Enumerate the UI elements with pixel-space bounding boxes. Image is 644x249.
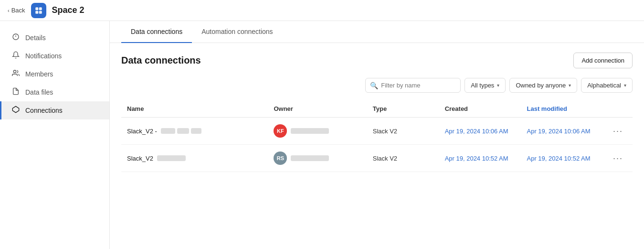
table-header-row: Name Owner Type Created Last modified <box>121 100 633 118</box>
top-header: ‹ Back Space 2 <box>0 0 644 21</box>
owned-by-dropdown[interactable]: Owned by anyone ▾ <box>509 78 577 93</box>
cell-name: Slack_V2 - <box>121 118 268 145</box>
svg-rect-2 <box>35 11 38 13</box>
sidebar-item-label: Data files <box>25 88 53 96</box>
filter-row: 🔍 All types ▾ Owned by anyone ▾ Alphabet… <box>121 78 633 93</box>
col-header-type: Type <box>367 100 439 118</box>
placeholder-block <box>177 128 189 134</box>
space-icon <box>31 3 46 18</box>
created-date-link[interactable]: Apr 19, 2024 10:52 AM <box>445 155 508 162</box>
name-placeholder <box>157 155 186 161</box>
owner-name-placeholder <box>291 155 329 161</box>
col-header-name: Name <box>121 100 268 118</box>
connections-table: Name Owner Type Created Last modified <box>121 100 633 172</box>
cell-last-modified: Apr 19, 2024 10:52 AM <box>521 145 603 172</box>
search-wrapper: 🔍 <box>365 78 461 93</box>
placeholder-block <box>157 155 186 161</box>
back-button[interactable]: ‹ Back <box>8 7 25 14</box>
placeholder-block <box>291 128 329 134</box>
sidebar-item-connections[interactable]: Connections <box>0 101 109 119</box>
sidebar-item-label: Connections <box>25 107 63 114</box>
col-header-created: Created <box>439 100 521 118</box>
tab-automation-connections[interactable]: Automation connections <box>192 21 282 43</box>
connection-name-cell: Slack_V2 - <box>127 128 262 135</box>
connection-name-text: Slack_V2 - <box>127 128 157 135</box>
cell-action: ··· <box>603 118 633 145</box>
table-row: Slack_V2 RS Slack V2Apr 19, 2024 10:52 A… <box>121 145 633 172</box>
owner-name-placeholder <box>291 128 329 134</box>
cell-owner: RS <box>268 145 367 172</box>
add-connection-button[interactable]: Add connection <box>573 53 633 68</box>
back-label: Back <box>11 7 25 14</box>
content-area: Data connections Automation connections … <box>110 21 644 249</box>
members-icon <box>11 69 21 79</box>
avatar: KF <box>274 124 287 138</box>
connection-name-cell: Slack_V2 <box>127 155 262 162</box>
cell-type: Slack V2 <box>367 145 439 172</box>
chevron-left-icon: ‹ <box>8 8 10 13</box>
col-header-last-modified: Last modified <box>521 100 603 118</box>
details-icon <box>11 33 21 43</box>
sidebar-item-members[interactable]: Members <box>0 65 109 83</box>
bell-icon <box>11 51 21 61</box>
sidebar-item-label: Members <box>25 70 53 78</box>
name-placeholder <box>161 128 201 134</box>
page-title-row: Data connections Add connection <box>121 53 633 68</box>
last-modified-date-link[interactable]: Apr 19, 2024 10:52 AM <box>527 155 591 162</box>
cell-owner: KF <box>268 118 367 145</box>
created-date-link[interactable]: Apr 19, 2024 10:06 AM <box>445 128 508 135</box>
chevron-down-icon: ▾ <box>569 83 571 88</box>
svg-rect-1 <box>39 7 42 10</box>
owned-by-label: Owned by anyone <box>516 82 566 89</box>
cell-created: Apr 19, 2024 10:52 AM <box>439 145 521 172</box>
sidebar-item-label: Details <box>25 34 46 42</box>
sidebar-item-label: Notifications <box>25 52 62 60</box>
sidebar-item-details[interactable]: Details <box>0 29 109 47</box>
tab-data-connections[interactable]: Data connections <box>121 21 192 43</box>
placeholder-block <box>191 128 201 134</box>
connection-name-text: Slack_V2 <box>127 155 153 162</box>
chevron-down-icon: ▾ <box>624 83 626 88</box>
cell-created: Apr 19, 2024 10:06 AM <box>439 118 521 145</box>
main-layout: Details Notifications Members <box>0 21 644 249</box>
owner-cell: RS <box>274 152 361 165</box>
svg-marker-8 <box>12 106 19 112</box>
sidebar-item-data-files[interactable]: Data files <box>0 83 109 101</box>
col-header-action <box>603 100 633 118</box>
file-icon <box>11 87 21 97</box>
chevron-down-icon: ▾ <box>497 83 499 88</box>
cell-action: ··· <box>603 145 633 172</box>
tabs-bar: Data connections Automation connections <box>110 21 644 43</box>
search-input[interactable] <box>365 78 461 93</box>
space-title: Space 2 <box>52 5 84 15</box>
sidebar-item-notifications[interactable]: Notifications <box>0 47 109 65</box>
connections-icon <box>11 106 21 115</box>
col-header-owner: Owner <box>268 100 367 118</box>
cell-type: Slack V2 <box>367 118 439 145</box>
svg-rect-0 <box>35 7 38 10</box>
sort-label: Alphabetical <box>587 82 621 89</box>
content-body: Data connections Add connection 🔍 All ty… <box>110 43 644 249</box>
placeholder-block <box>291 155 329 161</box>
search-icon: 🔍 <box>370 82 378 89</box>
svg-rect-3 <box>39 11 42 13</box>
placeholder-block <box>161 128 175 134</box>
owner-cell: KF <box>274 124 361 138</box>
page-title: Data connections <box>121 55 201 66</box>
svg-point-7 <box>13 70 16 73</box>
last-modified-date-link[interactable]: Apr 19, 2024 10:06 AM <box>527 128 591 135</box>
all-types-dropdown[interactable]: All types ▾ <box>465 78 506 93</box>
avatar: RS <box>274 152 287 165</box>
sidebar: Details Notifications Members <box>0 21 110 249</box>
more-options-button[interactable]: ··· <box>609 152 627 164</box>
cell-last-modified: Apr 19, 2024 10:06 AM <box>521 118 603 145</box>
all-types-label: All types <box>471 82 494 89</box>
cell-name: Slack_V2 <box>121 145 268 172</box>
sort-dropdown[interactable]: Alphabetical ▾ <box>581 78 633 93</box>
more-options-button[interactable]: ··· <box>609 125 627 137</box>
table-row: Slack_V2 - KF Slack V2Apr 19, 2024 10:06… <box>121 118 633 145</box>
